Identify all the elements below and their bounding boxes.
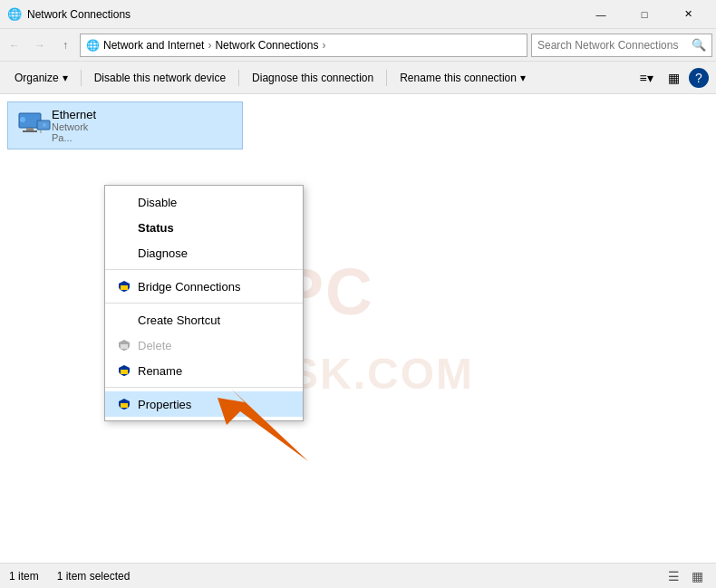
layout-icon: ▦ [668, 71, 680, 85]
context-menu: Disable Status Diagnose Bridge Connectio… [104, 185, 304, 421]
disable-label: Disable [138, 196, 177, 209]
close-button[interactable]: ✕ [667, 0, 709, 29]
svg-rect-7 [121, 285, 128, 290]
rename-arrow: ▾ [520, 72, 526, 84]
delete-label: Delete [138, 339, 172, 352]
ethernet-icon [15, 111, 52, 140]
organize-label: Organize [15, 72, 59, 84]
breadcrumb-sep1: › [208, 39, 211, 52]
status-label: Status [138, 221, 174, 235]
maximize-button[interactable]: □ [624, 0, 665, 29]
back-icon: ← [9, 39, 20, 52]
properties-shield-icon [118, 398, 131, 410]
address-bar: ← → ↑ 🌐 Network and Internet › Network C… [0, 29, 716, 62]
toolbar-right: ≡▾ ▦ ? [634, 66, 709, 90]
breadcrumb-part1[interactable]: Network and Internet [103, 39, 204, 52]
window-title: Network Connections [27, 8, 580, 21]
back-button[interactable]: ← [4, 34, 25, 56]
svg-point-5 [20, 117, 25, 122]
grid-view-icon: ▦ [692, 569, 703, 583]
minimize-button[interactable]: — [580, 0, 622, 29]
ctx-bridge[interactable]: Bridge Connections [105, 274, 303, 299]
help-icon: ? [695, 71, 702, 85]
toolbar: Organize ▾ Disable this network device D… [0, 62, 716, 94]
ctx-rename[interactable]: Rename [105, 358, 303, 383]
breadcrumb-part2[interactable]: Network Connections [215, 39, 318, 52]
forward-icon: → [34, 39, 45, 52]
ctx-sep-1 [105, 269, 303, 270]
list-view-button[interactable]: ☰ [663, 566, 683, 586]
svg-rect-10 [121, 403, 128, 408]
rename-label: Rename this connection [400, 72, 517, 84]
status-bar: 1 item 1 item selected ☰ ▦ [0, 563, 716, 588]
diagnose-label: Diagnose [138, 246, 188, 260]
item-selected: 1 item selected [57, 570, 131, 583]
toolbar-divider-3 [386, 70, 387, 86]
help-button[interactable]: ? [689, 68, 709, 88]
ethernet-item[interactable]: Ethernet Network Pa... [7, 101, 243, 149]
svg-rect-2 [23, 130, 37, 132]
view-icon: ≡▾ [639, 71, 653, 85]
ctx-delete: Delete [105, 333, 303, 358]
rename-button[interactable]: Rename this connection ▾ [392, 66, 533, 90]
ctx-diagnose[interactable]: Diagnose [105, 240, 303, 265]
svg-rect-9 [121, 370, 128, 374]
breadcrumb: 🌐 Network and Internet › Network Connect… [80, 34, 527, 57]
layout-button[interactable]: ▦ [662, 66, 685, 90]
up-icon: ↑ [63, 39, 68, 52]
ctx-status[interactable]: Status [105, 215, 303, 240]
diagnose-label: Diagnose this connection [252, 72, 373, 84]
view-controls: ☰ ▦ [663, 566, 707, 586]
ctx-shortcut[interactable]: Create Shortcut [105, 307, 303, 333]
toolbar-divider-2 [238, 70, 239, 86]
breadcrumb-icon: 🌐 [86, 39, 100, 52]
svg-point-6 [43, 123, 46, 127]
file-subdesc: Pa... [52, 132, 96, 143]
delete-shield-icon [118, 339, 131, 352]
ctx-sep-2 [105, 303, 303, 304]
list-view-icon: ☰ [668, 569, 680, 583]
file-info: Ethernet Network Pa... [52, 108, 96, 143]
toolbar-divider-1 [81, 70, 82, 86]
svg-rect-1 [26, 128, 34, 130]
window-icon: 🌐 [7, 7, 22, 22]
forward-button[interactable]: → [29, 34, 51, 56]
search-input[interactable] [537, 39, 688, 52]
shortcut-label: Create Shortcut [138, 313, 220, 327]
window-controls: — □ ✕ [580, 0, 709, 29]
ctx-disable[interactable]: Disable [105, 189, 303, 215]
search-icon: 🔍 [692, 38, 706, 52]
file-name: Ethernet [52, 108, 96, 121]
item-count: 1 item [9, 570, 39, 583]
grid-view-button[interactable]: ▦ [687, 566, 707, 586]
ctx-properties[interactable]: Properties [105, 391, 303, 417]
file-desc: Network [52, 121, 96, 132]
svg-rect-8 [121, 344, 128, 349]
up-button[interactable]: ↑ [54, 34, 76, 56]
organize-arrow: ▾ [63, 72, 68, 84]
bridge-label: Bridge Connections [138, 280, 240, 294]
breadcrumb-sep2: › [322, 39, 325, 52]
main-content: 9PCRISK.COM Ethernet Network Pa... [0, 94, 716, 563]
rename-shield-icon [118, 364, 131, 377]
ctx-sep-3 [105, 387, 303, 388]
properties-label: Properties [138, 398, 191, 411]
rename-label: Rename [138, 364, 182, 378]
view-options-button[interactable]: ≡▾ [634, 66, 658, 90]
disable-label: Disable this network device [94, 72, 226, 84]
diagnose-button[interactable]: Diagnose this connection [245, 66, 381, 90]
organize-button[interactable]: Organize ▾ [7, 66, 75, 90]
title-bar: 🌐 Network Connections — □ ✕ [0, 0, 716, 29]
bridge-shield-icon [118, 280, 131, 293]
disable-button[interactable]: Disable this network device [87, 66, 233, 90]
search-box[interactable]: 🔍 [531, 34, 712, 57]
